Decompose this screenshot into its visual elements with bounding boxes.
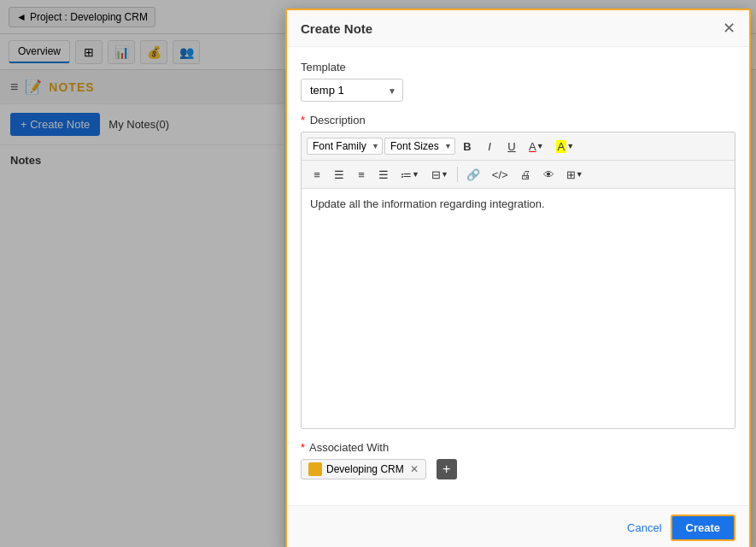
font-family-select-wrap: Font Family ▼	[307, 138, 383, 155]
font-family-select[interactable]: Font Family	[307, 138, 383, 155]
table-button[interactable]: ⊞ ▼	[561, 164, 589, 185]
editor-text: Update all the information regarding int…	[310, 197, 545, 210]
bold-button[interactable]: B	[457, 136, 478, 156]
ol-arrow-icon: ▼	[441, 170, 448, 179]
code-button[interactable]: </>	[487, 164, 513, 185]
create-note-modal: Create Note ✕ Template temp 1 temp 2 tem…	[285, 9, 751, 547]
font-color-button[interactable]: A ▼	[524, 136, 549, 156]
toolbar-row-1: Font Family ▼ Font Sizes ▼ B I U A ▼ A ▼	[302, 132, 735, 161]
assoc-add-button[interactable]: +	[437, 459, 457, 479]
template-select-wrap: temp 1 temp 2 temp 3 ▼	[301, 79, 403, 102]
assoc-required-star: *	[301, 441, 305, 454]
font-color-dropdown-icon: ▼	[536, 142, 544, 150]
toolbar-row-2: ≡ ☰ ≡ ☰ ≔ ▼ ⊟ ▼ 🔗 </> 🖨 👁 ⊞ ▼	[302, 161, 735, 189]
link-button[interactable]: 🔗	[461, 164, 485, 185]
associated-tags-area: Developing CRM ✕ +	[301, 459, 735, 479]
justify-button[interactable]: ☰	[373, 164, 394, 185]
modal-body: Template temp 1 temp 2 temp 3 ▼ * Descri…	[287, 47, 749, 505]
template-group: Template temp 1 temp 2 temp 3 ▼	[301, 61, 735, 102]
font-color-icon: A	[529, 140, 536, 153]
highlight-dropdown-icon: ▼	[566, 142, 574, 150]
font-sizes-select[interactable]: Font Sizes	[384, 138, 455, 155]
assoc-crm-icon	[308, 462, 322, 476]
assoc-tag-label: Developing CRM	[326, 463, 404, 475]
associated-label: * Associated With	[301, 441, 735, 454]
highlight-button[interactable]: A ▼	[551, 136, 580, 156]
modal-header: Create Note ✕	[287, 10, 749, 47]
template-select[interactable]: temp 1 temp 2 temp 3	[301, 79, 403, 102]
ul-arrow-icon: ▼	[412, 170, 419, 179]
unordered-list-button[interactable]: ≔ ▼	[396, 164, 425, 185]
required-star: *	[301, 114, 305, 126]
align-center-button[interactable]: ☰	[329, 164, 349, 185]
associated-with-group: * Associated With Developing CRM ✕ +	[301, 441, 735, 479]
description-label: * Description	[301, 114, 735, 126]
ordered-list-button[interactable]: ⊟ ▼	[426, 164, 454, 185]
close-button[interactable]: ✕	[723, 21, 735, 36]
template-label: Template	[301, 61, 735, 74]
editor-container: Font Family ▼ Font Sizes ▼ B I U A ▼ A ▼	[301, 132, 735, 429]
highlight-icon: A	[556, 140, 567, 153]
table-arrow-icon: ▼	[576, 170, 583, 179]
description-group: * Description Font Family ▼ Font Sizes	[301, 114, 735, 429]
align-left-button[interactable]: ≡	[307, 164, 327, 185]
align-right-button[interactable]: ≡	[351, 164, 372, 185]
associated-tag: Developing CRM ✕	[301, 459, 426, 479]
italic-button[interactable]: I	[479, 136, 500, 156]
modal-footer: Cancel Create	[287, 505, 749, 547]
underline-button[interactable]: U	[501, 136, 522, 156]
assoc-remove-button[interactable]: ✕	[410, 463, 419, 475]
cancel-button[interactable]: Cancel	[627, 521, 661, 534]
preview-button[interactable]: 👁	[538, 164, 560, 185]
create-button[interactable]: Create	[671, 515, 735, 541]
modal-title: Create Note	[301, 21, 372, 36]
toolbar-divider	[457, 167, 458, 182]
print-button[interactable]: 🖨	[515, 164, 536, 185]
font-sizes-select-wrap: Font Sizes ▼	[384, 138, 455, 155]
editor-content-area[interactable]: Update all the information regarding int…	[302, 189, 735, 428]
